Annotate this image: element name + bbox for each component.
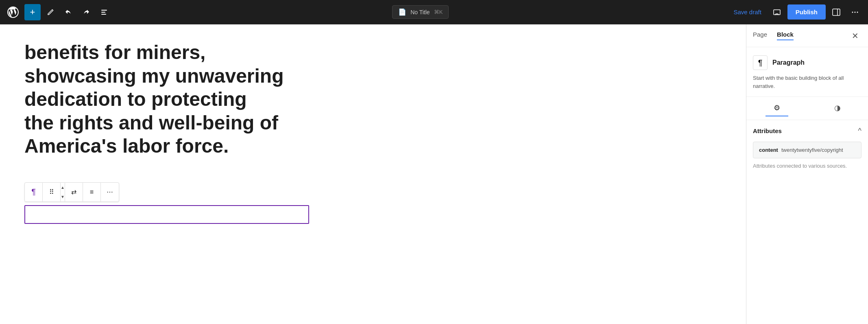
more-block-options-button[interactable]: ⋯ [101,183,119,201]
sidebar-header: Page Block ✕ [746,24,868,47]
block-description: Start with the basic building block of a… [753,74,861,90]
align-button[interactable]: ≡ [83,183,101,201]
svg-rect-1 [101,12,105,13]
svg-point-8 [857,11,858,13]
more-options-button[interactable] [847,4,863,20]
block-type-button[interactable]: ¶ [25,183,43,201]
block-styles-tab[interactable]: ◑ [826,100,849,116]
block-type-icon: ¶ [753,55,768,70]
attribute-key: content [759,147,778,153]
attributes-chevron-icon[interactable]: ^ [858,127,861,135]
move-down-button[interactable]: ▼ [61,192,65,201]
attributes-title: Attributes [753,127,782,134]
block-name-label: Paragraph [772,59,805,66]
attributes-section: Attributes ^ content twentytwentyfive/co… [746,120,868,324]
svg-rect-4 [833,9,840,15]
move-up-down-buttons: ▲ ▼ [61,183,65,201]
toolbar-right: Save draft Publish [728,4,863,20]
toolbar: + 📄 No Title ⌘K Save draft [0,0,868,24]
move-up-button[interactable]: ▲ [61,183,65,192]
transform-button[interactable]: ⇄ [65,183,83,201]
keyboard-shortcut: ⌘K [434,9,443,15]
block-sub-tabs: ⚙ ◑ [746,97,868,120]
sidebar: Page Block ✕ ¶ Paragraph Start with the … [746,24,868,324]
main-area: benefits for miners, showcasing my unwav… [0,24,868,324]
add-block-button[interactable]: + [24,4,41,20]
document-icon: 📄 [398,8,406,16]
drag-handle-button[interactable]: ⠿ [43,183,61,201]
svg-rect-0 [101,10,107,11]
undo-button[interactable] [60,4,76,20]
attribute-value: twentytwentyfive/copyright [781,147,843,153]
attributes-note: Attributes connected to various sources. [753,162,861,170]
selected-block[interactable] [24,205,309,224]
svg-rect-2 [101,14,106,15]
title-area: 📄 No Title ⌘K [114,5,727,19]
editor-content: benefits for miners, showcasing my unwav… [24,41,309,158]
post-title: No Title [410,9,430,15]
sidebar-toggle-button[interactable] [828,4,844,20]
block-info-section: ¶ Paragraph Start with the basic buildin… [746,47,868,97]
block-settings-tab[interactable]: ⚙ [765,100,788,116]
close-sidebar-button[interactable]: ✕ [848,29,861,42]
svg-point-7 [855,11,856,13]
edit-mode-button[interactable] [42,4,59,20]
save-draft-button[interactable]: Save draft [728,5,766,19]
block-toolbar: ¶ ⠿ ▲ ▼ ⇄ ≡ ⋯ [24,182,119,202]
tab-block[interactable]: Block [777,31,794,40]
sidebar-tabs: Page Block [753,31,794,40]
preview-button[interactable] [769,4,785,20]
attribute-row: content twentytwentyfive/copyright [753,142,861,158]
tab-page[interactable]: Page [753,31,767,40]
block-info-header: ¶ Paragraph [753,55,861,70]
publish-button[interactable]: Publish [787,4,826,20]
editor-area[interactable]: benefits for miners, showcasing my unwav… [0,24,746,324]
redo-button[interactable] [78,4,94,20]
svg-point-6 [852,11,853,13]
block-toolbar-wrapper: ¶ ⠿ ▲ ▼ ⇄ ≡ ⋯ [24,182,309,224]
post-title-pill[interactable]: 📄 No Title ⌘K [392,5,449,19]
document-overview-button[interactable] [96,4,112,20]
attributes-header: Attributes ^ [753,127,861,135]
wp-logo[interactable] [5,4,21,20]
